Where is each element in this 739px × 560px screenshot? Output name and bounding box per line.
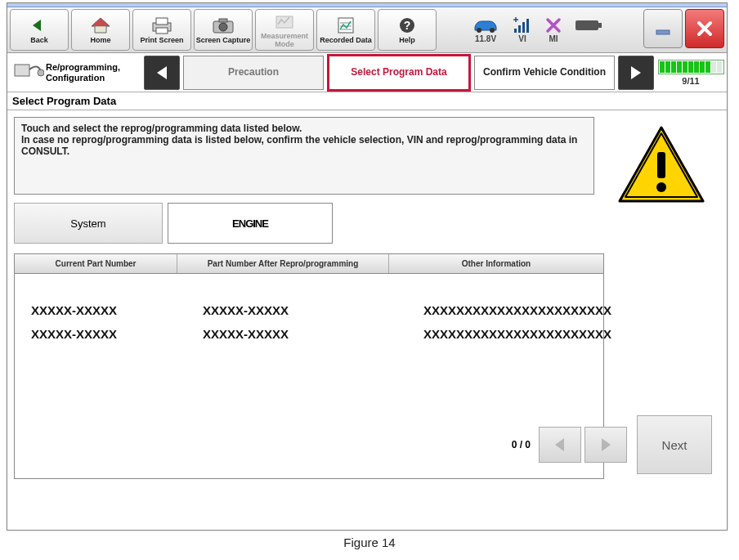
measurement-icon — [275, 11, 294, 31]
car-icon — [472, 16, 499, 34]
progress-bar — [658, 60, 724, 74]
next-button[interactable]: Next — [637, 415, 712, 474]
diagnostic-app-window: Back Home Print Screen Screen Capture Me… — [7, 2, 728, 531]
right-triangle-icon — [598, 437, 613, 453]
voltage-value: 11.8V — [475, 34, 496, 43]
measurement-mode-button: Measurement Mode — [255, 9, 314, 51]
svg-rect-19 — [15, 65, 29, 76]
svg-rect-17 — [598, 23, 602, 28]
cell-other-info: XXXXXXXXXXXXXXXXXXXXXXX — [407, 303, 611, 317]
home-button[interactable]: Home — [71, 9, 130, 51]
status-area: 11.8V VI MI — [439, 9, 641, 51]
minimize-icon — [653, 19, 673, 38]
th-after-part: Part Number After Repro/programming — [177, 254, 389, 273]
right-triangle-icon — [629, 65, 643, 81]
svg-point-20 — [38, 69, 44, 76]
measurement-label: Measurement Mode — [256, 33, 313, 48]
vi-status: VI — [513, 16, 532, 43]
svg-rect-16 — [576, 20, 598, 30]
svg-point-4 — [219, 23, 227, 31]
table-header-row: Current Part Number Part Number After Re… — [15, 254, 603, 274]
camera-icon — [212, 16, 235, 35]
print-screen-button[interactable]: Print Screen — [132, 9, 191, 51]
instruction-message: Touch and select the reprog/programming … — [14, 117, 594, 195]
system-label: System — [14, 203, 163, 244]
th-current-part: Current Part Number — [15, 254, 177, 273]
help-icon: ? — [398, 16, 416, 35]
th-other-info: Other Information — [389, 254, 603, 273]
step-precaution[interactable]: Precaution — [183, 56, 324, 90]
step-confirm-vehicle-condition[interactable]: Confirm Vehicle Condition — [474, 56, 615, 90]
vi-label: VI — [518, 34, 526, 43]
breadcrumb-prev-button[interactable] — [144, 56, 180, 90]
main-toolbar: Back Home Print Screen Screen Capture Me… — [7, 7, 727, 53]
cell-after-part: XXXXX-XXXXX — [186, 303, 407, 317]
svg-rect-13 — [518, 25, 521, 33]
content-area: Touch and select the reprog/programming … — [7, 110, 727, 486]
back-label: Back — [30, 37, 48, 44]
recorded-data-icon — [336, 16, 356, 35]
cell-after-part: XXXXX-XXXXX — [186, 327, 407, 341]
svg-rect-14 — [522, 22, 525, 33]
left-triangle-icon — [155, 65, 169, 81]
svg-point-10 — [477, 28, 481, 33]
battery-icon — [575, 16, 602, 34]
mi-status: MI — [545, 16, 562, 43]
close-x-icon — [695, 19, 714, 38]
back-arrow-icon — [29, 16, 49, 35]
system-value: ENGINE — [168, 203, 333, 244]
svg-rect-7 — [338, 18, 353, 33]
svg-point-11 — [490, 28, 495, 33]
table-row[interactable]: XXXXX-XXXXX XXXXX-XXXXX XXXXXXXXXXXXXXXX… — [15, 298, 603, 322]
vehicle-voltage-status: 11.8V — [472, 16, 499, 43]
page-prev-button[interactable] — [539, 427, 581, 463]
svg-rect-2 — [156, 28, 168, 34]
reprogramming-icon — [11, 60, 46, 86]
back-button[interactable]: Back — [10, 9, 69, 51]
svg-rect-12 — [514, 29, 517, 33]
progress-text: 9/11 — [682, 76, 699, 86]
next-button-label: Next — [662, 438, 687, 452]
minimize-button[interactable] — [643, 9, 683, 48]
svg-rect-18 — [656, 30, 670, 34]
page-count: 0 / 0 — [512, 439, 531, 450]
help-label: Help — [399, 37, 415, 44]
breadcrumb-next-button[interactable] — [618, 56, 654, 90]
cell-other-info: XXXXXXXXXXXXXXXXXXXXXXX — [407, 327, 611, 341]
step-select-program-data[interactable]: Select Program Data — [327, 54, 471, 92]
recorded-data-button[interactable]: Recorded Data — [316, 9, 375, 51]
breadcrumb-root-label: Re/programming, Configuration — [46, 62, 144, 83]
home-icon — [90, 16, 111, 35]
signal-icon — [513, 16, 532, 34]
recorded-data-label: Recorded Data — [320, 37, 372, 44]
battery-status — [575, 16, 602, 43]
mi-label: MI — [549, 34, 558, 43]
figure-caption: Figure 14 — [0, 535, 739, 549]
print-label: Print Screen — [140, 37, 183, 44]
screen-capture-button[interactable]: Screen Capture — [194, 9, 253, 51]
left-triangle-icon — [553, 437, 567, 453]
home-label: Home — [90, 37, 110, 44]
progress-indicator: 9/11 — [659, 60, 723, 86]
warning-icon — [615, 123, 709, 213]
table-row[interactable]: XXXXX-XXXXX XXXXX-XXXXX XXXXXXXXXXXXXXXX… — [15, 322, 603, 346]
close-button[interactable] — [685, 9, 724, 48]
svg-text:?: ? — [404, 19, 411, 32]
screen-capture-label: Screen Capture — [196, 37, 251, 44]
page-heading: Select Program Data — [7, 92, 727, 110]
pager-area: 0 / 0 Next — [512, 415, 712, 474]
svg-rect-21 — [657, 152, 665, 178]
help-button[interactable]: ? Help — [378, 9, 437, 51]
svg-rect-5 — [219, 19, 227, 22]
breadcrumb-bar: Re/programming, Configuration Precaution… — [7, 53, 727, 92]
svg-point-22 — [656, 182, 666, 192]
svg-rect-15 — [526, 19, 529, 33]
cell-current-part: XXXXX-XXXXX — [15, 327, 186, 341]
page-next-button[interactable] — [584, 427, 627, 463]
printer-icon — [150, 16, 173, 35]
mi-x-icon — [545, 16, 562, 34]
cell-current-part: XXXXX-XXXXX — [15, 303, 186, 317]
svg-rect-1 — [156, 18, 168, 25]
